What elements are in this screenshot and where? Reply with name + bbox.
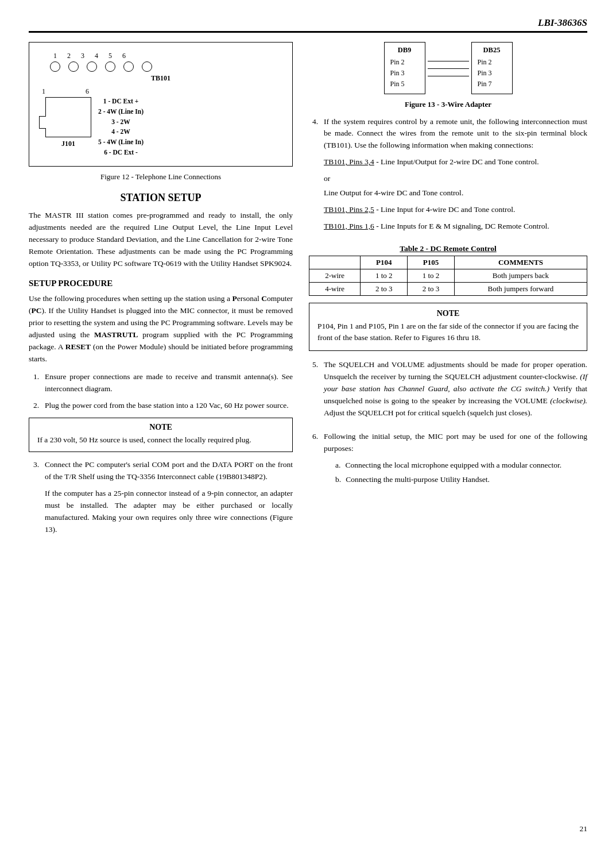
step-6-sublist: a. Connecting the local microphone equip… <box>335 460 587 486</box>
note-box-right: NOTE P104, Pin 1 and P105, Pin 1 are on … <box>309 303 587 352</box>
db25-header: DB25 <box>478 46 506 55</box>
figure-13-container: DB9 Pin 2 Pin 3 Pin 5 <box>309 42 587 109</box>
pin-circle-3 <box>87 61 97 72</box>
cell-2wire-comments: Both jumpers back <box>454 269 587 282</box>
cell-2wire-type: 2-wire <box>309 269 361 282</box>
step-6b: b. Connecting the multi-purpose Utility … <box>335 474 587 485</box>
right-column: DB9 Pin 2 Pin 3 Pin 5 <box>309 42 587 542</box>
step-1-content: Ensure proper connections are made to re… <box>45 371 293 395</box>
step-4-content: If the system requires control by a remo… <box>324 116 587 237</box>
wire-1 <box>428 61 469 61</box>
main-content: 1 2 3 4 5 6 <box>29 42 587 542</box>
note-title-right: NOTE <box>317 309 579 318</box>
pin-num-3: 3 <box>81 52 84 60</box>
dc-remote-control-table: P104 P105 COMMENTS 2-wire 1 to 2 1 to 2 … <box>309 256 587 296</box>
step-6b-letter: b. <box>335 474 341 485</box>
figure-12-box: 1 2 3 4 5 6 <box>29 42 293 167</box>
page-header: LBI-38636S <box>29 17 587 33</box>
db9-pin5: Pin 5 <box>390 79 419 90</box>
note-title-1: NOTE <box>37 423 284 432</box>
db9-pins: Pin 2 Pin 3 Pin 5 <box>390 57 419 90</box>
step-4-num: 4. <box>309 116 318 237</box>
pin-circle-6 <box>142 61 152 72</box>
cell-4wire-comments: Both jumpers forward <box>454 282 587 295</box>
note-body-right: P104, Pin 1 and P105, Pin 1 are on the f… <box>317 321 579 344</box>
pin-desc-2: 2 - 4W (Line In) <box>98 107 144 117</box>
col-header-type <box>309 256 361 269</box>
cell-4wire-p105: 2 to 3 <box>408 282 455 295</box>
steps-list: 1. Ensure proper connections are made to… <box>29 371 293 412</box>
col-header-p105: P105 <box>408 256 455 269</box>
step-6-num: 6. <box>309 431 318 488</box>
j101-section: 1 6 J101 1 - DC Ext + 2 - 4W (Line In) 3 <box>40 87 282 158</box>
cell-4wire-p104: 2 to 3 <box>361 282 408 295</box>
step-6-content: Following the initial setup, the MIC por… <box>324 431 587 488</box>
db9-pin2: Pin 2 <box>390 57 419 68</box>
figure-12-caption: Figure 12 - Telephone Line Connections <box>29 172 293 182</box>
step-6b-text: Connecting the multi-purpose Utility Han… <box>346 474 490 485</box>
tb101-diagram: 1 2 3 4 5 6 <box>34 48 288 161</box>
db9-pin3: Pin 3 <box>390 68 419 79</box>
cell-2wire-p104: 1 to 2 <box>361 269 408 282</box>
j101-pin-descriptions: 1 - DC Ext + 2 - 4W (Line In) 3 - 2W 4 -… <box>98 97 144 158</box>
wire-2 <box>428 68 469 69</box>
wire-connections <box>425 42 471 94</box>
left-column: 1 2 3 4 5 6 <box>29 42 293 542</box>
pin-num-2: 2 <box>67 52 71 60</box>
j101-side-labels: 1 6 <box>40 87 91 96</box>
pin-desc-4: 4 - 2W <box>98 127 144 137</box>
db25-pin2: Pin 2 <box>478 57 506 68</box>
pin-num-5: 5 <box>109 52 112 60</box>
j101-label-1: 1 <box>42 87 45 96</box>
step-3-content: Connect the PC computer's serial COM por… <box>45 459 293 536</box>
table-row-2wire: 2-wire 1 to 2 1 to 2 Both jumpers back <box>309 269 587 282</box>
pin-desc-1: 1 - DC Ext + <box>98 97 144 107</box>
pin-numbers-row: 1 2 3 4 5 6 <box>40 52 282 60</box>
db9-header: DB9 <box>390 46 419 55</box>
col-header-p104: P104 <box>361 256 408 269</box>
setup-procedure-heading: SETUP PROCEDURE <box>29 279 293 288</box>
wire-3 <box>428 76 469 76</box>
step-6a: a. Connecting the local microphone equip… <box>335 460 587 471</box>
note-box-1: NOTE If a 230 volt, 50 Hz source is used… <box>29 418 293 452</box>
tb101-ref-25: TB101, Pins 2,5 <box>324 205 374 214</box>
pin-num-4: 4 <box>95 52 98 60</box>
step-6a-letter: a. <box>335 460 340 471</box>
pin-circle-1 <box>50 61 60 72</box>
j101-notch <box>39 116 46 129</box>
db25-pin3: Pin 3 <box>478 68 506 79</box>
pin-desc-3: 3 - 2W <box>98 117 144 128</box>
pin-circle-5 <box>123 61 134 72</box>
station-setup-body: The MASTR III station comes pre-programm… <box>29 210 293 270</box>
step-5-container: 5. The SQUELCH and VOLUME adjustments sh… <box>309 359 587 424</box>
step-2-num: 2. <box>29 400 39 412</box>
table-2-section: Table 2 - DC Remote Control P104 P105 CO… <box>309 244 587 296</box>
cell-2wire-p105: 1 to 2 <box>408 269 455 282</box>
pin-desc-5: 5 - 4W (Line In) <box>98 137 144 148</box>
db25-pins: Pin 2 Pin 3 Pin 7 <box>478 57 506 90</box>
step-4-container: 4. If the system requires control by a r… <box>309 116 587 237</box>
station-setup-heading: STATION SETUP <box>29 192 293 204</box>
tb101-label: TB101 <box>40 74 282 83</box>
page-number: 21 <box>580 824 588 833</box>
step-5-content: The SQUELCH and VOLUME adjustments shoul… <box>324 359 587 424</box>
step-3-list: 3. Connect the PC computer's serial COM … <box>29 459 293 536</box>
table-header-row: P104 P105 COMMENTS <box>309 256 587 269</box>
step-3: 3. Connect the PC computer's serial COM … <box>29 459 293 536</box>
step-2-content: Plug the power cord from the base statio… <box>45 400 293 412</box>
note-body-1: If a 230 volt, 50 Hz source is used, con… <box>37 434 284 446</box>
db25-box: DB25 Pin 2 Pin 3 Pin 7 <box>471 42 513 94</box>
j101-label-6: 6 <box>86 87 89 96</box>
step-6a-text: Connecting the local microphone equipped… <box>345 460 561 471</box>
tb101-ref-16: TB101, Pins 1,6 <box>324 222 374 230</box>
setup-procedure-intro: Use the following procedures when settin… <box>29 293 293 365</box>
document-title: LBI-38636S <box>538 17 587 29</box>
pin-circle-4 <box>105 61 115 72</box>
pin-desc-6: 6 - DC Ext - <box>98 148 144 158</box>
table-2-title: Table 2 - DC Remote Control <box>309 244 587 253</box>
pin-circle-2 <box>68 61 79 72</box>
j101-label: J101 <box>45 140 91 148</box>
j101-box: 1 6 J101 <box>40 87 91 148</box>
page: LBI-38636S 1 2 3 4 5 6 <box>0 0 616 845</box>
db9-box: DB9 Pin 2 Pin 3 Pin 5 <box>384 42 425 94</box>
